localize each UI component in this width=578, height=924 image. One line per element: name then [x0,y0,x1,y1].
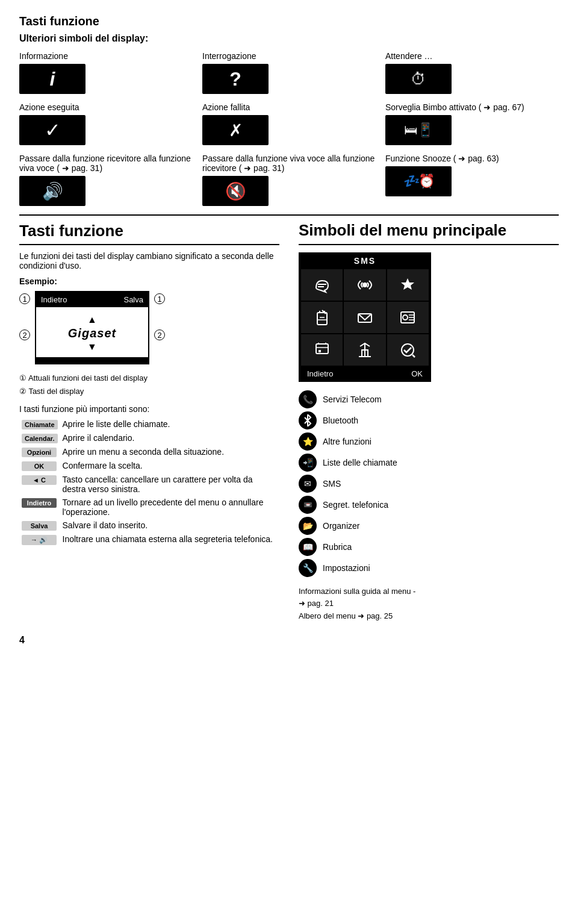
sym-vivavoce-label: Passare dalla funzione viva voce alla fu… [202,154,376,173]
sym-attendere: Attendere … ⏱ [385,51,559,94]
esempio-label: Esempio: [19,276,279,286]
icon-bluetooth [299,411,317,429]
sms-cell-3 [301,302,343,333]
info-text: Informazioni sulla guida al menu - ➜ pag… [299,585,559,623]
sms-indietro: Indietro [307,369,333,378]
sms-bottom-bar: Indietro OK [300,367,430,381]
label-rubrica: Rubrica [323,542,352,552]
screen-topbar: Indietro Salva [36,292,148,307]
sms-cell-7 [344,334,385,366]
svg-marker-1 [401,278,414,290]
table-row: → 🔊 Inoltrare una chiamata esterna alla … [19,532,279,547]
sym-fallita-label: Azione fallita [202,102,376,112]
svg-rect-10 [319,350,321,352]
menu-title: Simboli del menu principale [299,222,559,239]
sym-ricevitore: Passare dalla funzione ricevitore alla f… [19,154,193,206]
sym-interrogazione-box: ? [202,64,269,94]
symbols-row-1: Informazione i Interrogazione ? Attender… [19,51,559,94]
sym-bimbo-label: Sorveglia Bimbo attivato ( ➜ pag. 67) [385,102,559,112]
screen-save-btn: Salva [123,295,143,304]
table-row: Chiamate Aprire le liste delle chiamate. [19,417,279,431]
sym-eseguita-box: ✓ [19,115,85,145]
key-calendar: Calendar. [22,434,58,443]
table-row: OK Confermare la scelta. [19,459,279,473]
info-ref1: ➜ pag. 21 [299,598,559,610]
simboli-divider [299,244,559,245]
label-impostazioni: Impostazioni [323,563,370,573]
svg-point-12 [402,344,414,356]
desc-ok: Confermare la scelta. [60,459,279,473]
sms-grid [300,268,430,367]
list-item-sms: ✉ SMS [299,475,559,493]
tasti-description: Le funzioni dei tasti del display cambia… [19,251,279,270]
sms-cell-4 [344,302,385,333]
icon-altre: ⭐ [299,432,317,451]
desc-chiamate: Aprire le liste delle chiamate. [60,417,279,431]
label-bluetooth: Bluetooth [323,416,358,425]
label-telecom: Servizi Telecom [323,395,382,404]
main-divider [19,214,559,216]
annotation-1: ① Attuali funzioni dei tasti del display… [19,372,279,398]
sym-ricevitore-box: 🔊 [19,176,85,206]
sym-interrogazione: Interrogazione ? [202,51,376,94]
symbols-row-2: Azione eseguita ✓ Azione fallita ✗ Sorve… [19,102,559,145]
sym-attendere-label: Attendere … [385,51,559,61]
table-row: Calendar. Aprire il calendario. [19,431,279,445]
list-item-liste: 📲 Liste delle chiamate [299,454,559,472]
list-item-telecom: 📞 Servizi Telecom [299,390,559,408]
icon-liste: 📲 [299,454,317,472]
sym-bimbo: Sorveglia Bimbo attivato ( ➜ pag. 67) 🛏📱 [385,102,559,145]
label-altre: Altre funzioni [323,437,371,446]
sym-vivavoce-box: 🔇 [202,176,269,206]
key-salva: Salva [22,521,57,531]
sym-informazione-label: Informazione [19,51,193,61]
list-item-impostazioni: 🔧 Impostazioni [299,559,559,577]
sms-cell-6 [301,334,343,366]
circled-2-left: 2 [19,329,30,340]
screen-arrows-up: ▲ [36,314,148,325]
sms-cell-8 [387,334,429,366]
icon-impostazioni: 🔧 [299,559,317,577]
sym-snooze-box: 💤⏰ [385,166,452,196]
sym-fallita: Azione fallita ✗ [202,102,376,145]
right-column: Simboli del menu principale SMS [299,222,559,623]
sms-topbar: SMS [300,254,430,268]
table-row: ◄ C Tasto cancella: cancellare un caratt… [19,473,279,496]
icon-segret: 📼 [299,496,317,514]
screen-back-btn: Indietro [41,295,67,304]
table-row: Indietro Tornare ad un livello precedent… [19,496,279,519]
left-nums: 1 2 [19,291,30,340]
label-segret: Segret. telefonica [323,500,388,510]
tasti-divider [19,244,279,245]
functions-intro: I tasti funzione più importanti sono: [19,404,279,414]
info-ref2: Albero del menu ➜ pag. 25 [299,610,559,623]
desc-cancella: Tasto cancella: cancellare un carattere … [60,473,279,496]
circled-1-left: 1 [19,293,30,304]
sym-ricevitore-label: Passare dalla funzione ricevitore alla f… [19,154,193,173]
svg-rect-2 [317,313,327,325]
page-number: 4 [19,635,559,646]
key-ok: OK [22,461,57,471]
screen-body: ▲ Gigaset ▼ [36,307,148,357]
svg-rect-9 [316,344,328,354]
table-row: Opzioni Aprire un menu a seconda della s… [19,445,279,459]
functions-table: Chiamate Aprire le liste delle chiamate.… [19,417,279,547]
sms-cell-5 [387,302,429,333]
tasti-title: Tasti funzione [19,222,279,240]
icon-list: 📞 Servizi Telecom Bluetooth ⭐ Altre funz… [299,390,559,577]
device-mockup-wrapper: 1 2 Indietro Salva ▲ Gigaset ▼ 1 2 [19,291,279,364]
annotation-2-text: ② Tasti del display [19,385,279,398]
icon-sms: ✉ [299,475,317,493]
left-column: Tasti funzione Le funzioni dei tasti del… [19,222,279,623]
icon-telecom: 📞 [299,390,317,408]
list-item-bluetooth: Bluetooth [299,411,559,429]
sms-cell-2 [387,269,429,301]
table-row: Salva Salvare il dato inserito. [19,519,279,532]
desc-segreteria: Inoltrare una chiamata esterna alla segr… [60,532,279,547]
screen-mockup: Indietro Salva ▲ Gigaset ▼ [35,291,149,364]
sms-cell-1 [344,269,385,301]
sms-cell-0 [301,269,343,301]
desc-calendar: Aprire il calendario. [60,431,279,445]
sym-eseguita-label: Azione eseguita [19,102,193,112]
right-nums: 1 2 [154,291,165,340]
